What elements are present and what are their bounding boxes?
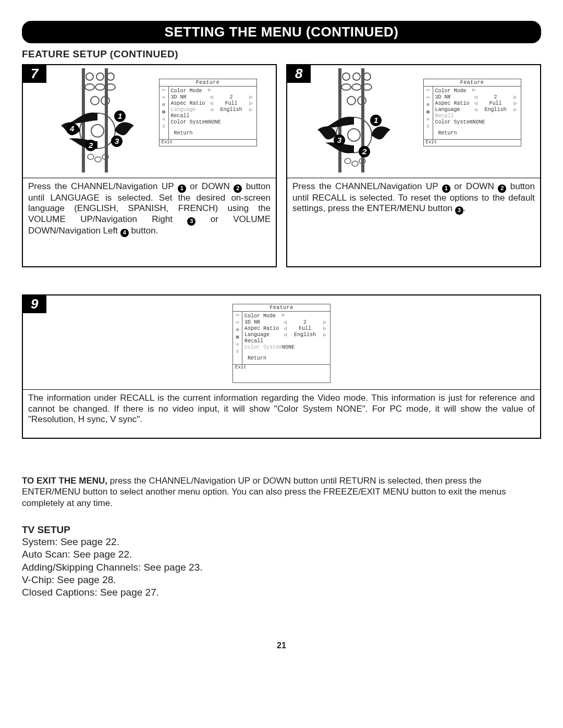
step-8: 8 — [286, 64, 541, 267]
svg-point-36 — [352, 161, 358, 166]
tv-setup-lines: System: See page 22. Auto Scan: See page… — [22, 536, 541, 599]
osd-row-aspect: Aspec Ratio◁Full▷ — [435, 100, 519, 106]
osd-exit: Exit — [424, 139, 521, 146]
remote-control-illustration: 1 2 3 4 — [53, 68, 137, 175]
osd-icon: ▭ — [236, 320, 239, 326]
osd-icon: ▭ — [162, 88, 165, 93]
osd-row-language-selected: Language◁English▷ — [171, 106, 254, 113]
tv-setup-line: V-Chip: See page 28. — [22, 574, 541, 586]
svg-point-13 — [95, 157, 101, 162]
step-number-badge: 7 — [22, 65, 46, 83]
svg-text:3: 3 — [337, 135, 342, 144]
svg-text:1: 1 — [118, 112, 122, 120]
osd-row-3dnr: 3D NR◁2▷ — [171, 94, 254, 100]
step-9-caption: The information under RECALL is the curr… — [23, 389, 540, 438]
feature-setup-subhead: FEATURE SETUP (CONTINUED) — [22, 48, 541, 60]
svg-point-6 — [95, 84, 105, 90]
svg-text:3: 3 — [115, 137, 119, 145]
osd-title: Feature — [160, 79, 256, 87]
svg-point-27 — [363, 73, 371, 80]
osd-row-3dnr: 3D NR◁2▷ — [435, 94, 519, 100]
svg-text:4: 4 — [69, 124, 75, 133]
osd-icon: ▭ — [162, 95, 165, 101]
osd-return: Return — [171, 125, 254, 139]
svg-point-31 — [347, 96, 356, 105]
osd-row-colormode: Color Mode▷ — [435, 88, 519, 94]
osd-row-colormode: Color Mode▷ — [171, 88, 254, 94]
svg-text:2: 2 — [362, 147, 367, 156]
step-7: 7 — [22, 64, 277, 267]
svg-point-35 — [345, 158, 351, 164]
osd-icon: ▭ — [426, 88, 429, 93]
circled-2-icon: 2 — [498, 184, 506, 193]
osd-icon: ✿ — [236, 328, 239, 333]
osd-icon: ▦ — [426, 110, 429, 115]
osd-row-recall: Recall — [171, 113, 254, 119]
osd-exit: Exit — [233, 364, 330, 371]
osd-row-colorsys: Color SystemNONE — [435, 119, 519, 125]
osd-title: Feature — [424, 79, 521, 87]
osd-icon: ✿ — [426, 103, 429, 108]
svg-point-4 — [107, 73, 114, 80]
svg-point-8 — [91, 96, 99, 105]
osd-menu-feature: Feature ▭ ▭ ✿ ▦ ◇ ▯ Color Mode — [423, 79, 521, 146]
tv-setup-line: Closed Captions: See page 27. — [22, 586, 541, 599]
osd-icon: ▦ — [162, 110, 165, 115]
page-number: 21 — [22, 641, 541, 650]
osd-row-colorsys: Color SystemNONE — [171, 119, 254, 125]
tv-setup-line: System: See page 22. — [22, 536, 541, 548]
osd-return: Return — [244, 350, 328, 364]
tv-setup-line: Auto Scan: See page 22. — [22, 548, 541, 561]
osd-row-colorsys-selected: Color SystemNONE — [244, 344, 328, 350]
osd-menu-feature: Feature ▭ ▭ ✿ ▦ ◇ ▯ Color Mode — [159, 79, 257, 146]
osd-icon: ◇ — [162, 117, 165, 122]
tv-setup-heading: TV SETUP — [22, 524, 541, 536]
circled-4-icon: 4 — [120, 229, 129, 237]
svg-point-25 — [342, 73, 350, 80]
osd-row-colormode: Color Mode▷ — [244, 313, 328, 319]
step-8-caption: Press the CHANNEL/Navigation UP 1 or DOW… — [287, 178, 540, 266]
circled-3-icon: 3 — [187, 217, 195, 226]
osd-icon: ✿ — [162, 103, 165, 108]
circled-1-icon: 1 — [178, 184, 186, 193]
osd-row-3dnr: 3D NR◁2▷ — [244, 319, 328, 325]
osd-exit: Exit — [160, 139, 256, 146]
svg-point-3 — [96, 73, 104, 80]
tv-setup-line: Adding/Skipping Channels: See page 23. — [22, 561, 541, 574]
circled-3-icon: 3 — [455, 206, 463, 215]
osd-icon: ▭ — [236, 313, 239, 318]
step-number-badge: 9 — [22, 295, 46, 313]
svg-rect-1 — [105, 68, 108, 172]
osd-icon: ▯ — [236, 349, 239, 354]
osd-row-aspect: Aspec Ratio◁Full▷ — [171, 100, 254, 106]
osd-icon: ▯ — [162, 124, 165, 129]
exit-menu-note: TO EXIT THE MENU, press the CHANNEL/Navi… — [22, 475, 541, 509]
osd-icon: ▯ — [426, 124, 429, 129]
osd-row-language: Language◁English▷ — [435, 106, 519, 113]
svg-point-12 — [88, 154, 94, 159]
svg-point-5 — [85, 84, 94, 90]
circled-2-icon: 2 — [234, 184, 242, 193]
osd-row-aspect: Aspec Ratio◁Full▷ — [244, 325, 328, 331]
osd-icon: ◇ — [236, 342, 239, 348]
svg-point-26 — [353, 73, 360, 80]
circled-1-icon: 1 — [442, 184, 450, 193]
osd-row-recall-selected: Recall — [435, 113, 519, 119]
osd-return: Return — [435, 125, 519, 139]
osd-icon: ▦ — [236, 335, 239, 340]
svg-text:1: 1 — [374, 116, 378, 125]
osd-menu-feature: Feature ▭ ▭ ✿ ▦ ◇ ▯ Color Mode▷ 3D NR◁2▷… — [232, 304, 331, 383]
step-7-caption: Press the CHANNEL/Navigation UP 1 or DOW… — [23, 178, 276, 266]
svg-point-28 — [341, 84, 351, 90]
svg-text:2: 2 — [88, 141, 93, 150]
svg-point-2 — [86, 73, 93, 80]
osd-icon-column: ▭ ▭ ✿ ▦ ◇ ▯ — [424, 87, 433, 139]
page-banner: SETTING THE MENU (CONTINUED) — [22, 21, 541, 43]
osd-row-language: Language◁English▷ — [244, 331, 328, 338]
step-number-badge: 8 — [287, 65, 311, 83]
remote-control-illustration: 1 2 3 — [317, 68, 401, 175]
osd-title: Feature — [233, 304, 330, 312]
osd-icon-column: ▭ ▭ ✿ ▦ ◇ ▯ — [233, 312, 242, 364]
svg-point-11 — [91, 125, 104, 137]
svg-point-34 — [348, 129, 360, 141]
